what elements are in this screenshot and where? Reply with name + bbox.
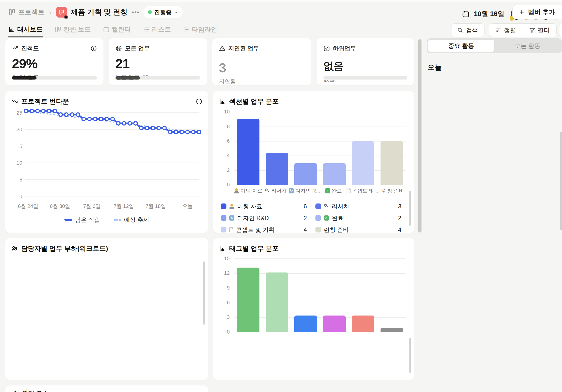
bars-group: [234, 256, 406, 332]
tab-important-activity[interactable]: 중요 활동: [428, 40, 494, 52]
x-tick-label: 6월 24일: [18, 203, 38, 210]
x-tick-text: 콘셉트 및 ...: [352, 187, 380, 194]
chart-title: 프로젝트 번다운: [21, 97, 69, 106]
data-point: [168, 130, 172, 134]
data-point: [157, 126, 160, 130]
activity-panel: 중요 활동 모든 활동 오늘: [427, 38, 562, 392]
doc-emoji: [347, 189, 351, 193]
sort-button[interactable]: 정렬: [495, 26, 516, 34]
data-point: [186, 130, 189, 134]
burndown-x-axis: 6월 24일6월 30일7월 6일7월 12일7월 18일오늘: [14, 203, 191, 211]
bar-slot: [263, 256, 292, 332]
section-x-axis: 미팅 자료리서치디자인 R...완료콘셉트 및 ...런칭 준비: [234, 187, 406, 194]
data-point: [59, 113, 62, 116]
data-point: [70, 113, 74, 116]
legend-item: 남은 작업: [64, 216, 100, 224]
x-tick-label: 7월 12일: [114, 203, 134, 210]
x-tick-text: 완료: [332, 187, 342, 194]
bar-chart-icon: [219, 98, 226, 105]
legend-swatch: [316, 215, 321, 221]
data-point: [76, 113, 80, 116]
svg-text:20: 20: [17, 126, 22, 132]
kpi-value: 29%: [12, 56, 97, 71]
data-point: [117, 122, 120, 125]
bar: [381, 141, 403, 185]
bar-slot: [349, 109, 377, 185]
svg-text:25: 25: [17, 110, 22, 116]
x-tick-text: 미팅 자료: [240, 187, 262, 194]
trending-up-icon: [12, 45, 19, 52]
legend-value: 4: [398, 226, 401, 233]
sort-filter-group: 정렬 필터: [489, 23, 557, 37]
legend-value: 2: [304, 215, 307, 222]
kpi-card-progress: 진척도 29% 6 / 21 완료: [5, 38, 104, 85]
add-member-button[interactable]: 멤버 추가: [512, 5, 562, 19]
legend-label: 미팅 자료: [237, 202, 262, 210]
filter-label: 필터: [538, 26, 550, 34]
due-date[interactable]: 10월 16일: [474, 9, 504, 19]
search-icon: [457, 27, 463, 33]
y-tick-label: 9: [219, 285, 230, 291]
workload-scrollbar[interactable]: [203, 261, 205, 325]
more-options-button[interactable]: •••: [132, 9, 140, 16]
data-point: [145, 126, 149, 130]
info-icon[interactable]: [90, 45, 97, 52]
data-point: [53, 109, 57, 113]
x-tick-label: 7월 18일: [145, 203, 166, 210]
data-point: [99, 117, 103, 121]
legend-swatch: [316, 227, 321, 233]
kpi-card-all-tasks: 모든 업무 21 남은 업무: 15: [109, 38, 207, 85]
warning-icon: [219, 45, 225, 52]
chart-title: 위험 요소: [22, 389, 49, 392]
legend-label: 완료: [332, 214, 343, 222]
data-point: [180, 130, 184, 134]
warning-icon: [12, 390, 19, 392]
legend-item: 콘셉트 및 기획4: [221, 224, 307, 235]
data-point: [140, 126, 143, 130]
status-dot-icon: [148, 10, 152, 14]
data-point: [163, 126, 166, 130]
y-tick-label: 10: [219, 109, 230, 115]
bar: [266, 272, 288, 332]
legend-item: 런칭 준비4: [316, 224, 402, 235]
chart-title: 섹션별 업무 분포: [229, 97, 279, 106]
kpi-title: 진척도: [21, 45, 39, 52]
breadcrumb[interactable]: 프로젝트: [8, 8, 45, 17]
clipped-toolbar-button[interactable]: [559, 23, 562, 37]
filter-button[interactable]: 필터: [529, 26, 550, 34]
check-emoji: [325, 188, 330, 193]
legend-scrollbar[interactable]: [409, 338, 411, 373]
legend-label: 콘셉트 및 기획: [236, 226, 274, 234]
activity-tab-switcher: 중요 활동 모든 활동: [427, 38, 562, 53]
section-legend: 미팅 자료6리서치3디자인 R&D2완료2콘셉트 및 기획4런칭 준비4: [221, 201, 401, 235]
legend-swatch: [221, 215, 226, 221]
app-window: 프로젝트 › 제품 기획 및 런칭 ••• 진행중 10월 16일: [0, 0, 562, 392]
progress-bar: [12, 76, 97, 79]
tag-bar-chart: 15129630: [219, 256, 408, 332]
bar-slot: [291, 109, 320, 185]
tab-all-activity[interactable]: 모든 활동: [494, 40, 561, 52]
bar: [352, 141, 374, 185]
legend-value: 3: [398, 203, 401, 210]
info-icon[interactable]: [196, 98, 202, 105]
panel-scrollbar[interactable]: [560, 132, 562, 230]
main-scrollbar[interactable]: [418, 39, 422, 233]
data-point: [192, 130, 195, 134]
legend-scrollbar[interactable]: [409, 191, 411, 226]
status-dropdown[interactable]: 진행중: [143, 6, 183, 19]
legend-swatch: [221, 227, 226, 233]
legend-value: 4: [304, 226, 307, 233]
view-tabs-row: 대시보드 칸반 보드 캘린더 리스트 타임라인 검색: [0, 22, 562, 37]
kpi-subtext: 지연됨: [219, 78, 305, 85]
search-button[interactable]: 검색: [451, 23, 484, 37]
sync-emoji: [229, 215, 234, 221]
search-label: 검색: [466, 26, 478, 34]
bar-slot: [291, 256, 320, 332]
x-tick-text: 런칭 준비: [382, 187, 404, 194]
kpi-value: 3: [219, 60, 305, 75]
bar-slot: [349, 256, 377, 332]
data-point: [174, 130, 178, 134]
bar: [352, 315, 374, 332]
chevron-down-icon: [174, 10, 178, 14]
data-point: [151, 126, 154, 130]
